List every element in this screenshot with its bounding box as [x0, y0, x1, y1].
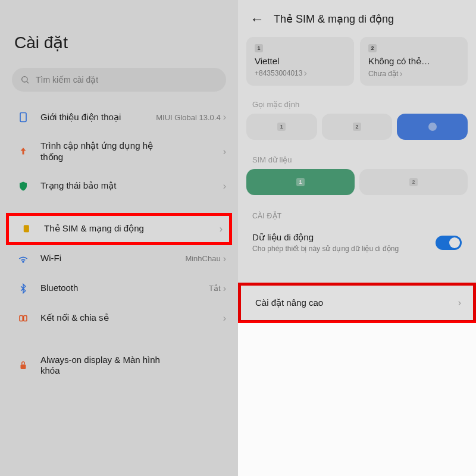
wifi-icon: [17, 252, 30, 265]
page-title: Cài đặt: [0, 0, 238, 68]
row-label: Giới thiệu điện thoại: [40, 112, 145, 123]
row-label: Thẻ SIM & mạng di động: [44, 223, 175, 234]
bluetooth-icon: [17, 282, 30, 295]
chevron-right-icon: ›: [223, 314, 226, 323]
lock-icon: [17, 359, 30, 372]
section-settings-header: CÀI ĐẶT: [238, 203, 476, 224]
row-connection-share[interactable]: Kết nối & chia sẻ ›: [2, 303, 236, 333]
shield-icon: [17, 180, 30, 193]
row-label: Bluetooth: [40, 283, 171, 294]
chevron-right-icon: ›: [223, 147, 226, 156]
call-sim-1[interactable]: 1: [246, 114, 317, 140]
row-aod-lockscreen[interactable]: Always-on display & Màn hình khóa: [2, 346, 236, 386]
sim-icon: [20, 223, 33, 236]
panel-title: Thẻ SIM & mạng di động: [274, 12, 394, 26]
sim-card-1[interactable]: 1 Viettel +84353004013›: [246, 37, 354, 86]
row-bluetooth[interactable]: Bluetooth Tắt ›: [2, 274, 236, 303]
chevron-right-icon: ›: [220, 224, 223, 234]
sim-sub: Chưa đặt›: [368, 69, 459, 79]
svg-rect-6: [20, 315, 23, 321]
mobile-data-toggle[interactable]: [436, 236, 462, 250]
settings-panel-left: Cài đặt Tìm kiếm cài đặt Giới thiệu điện…: [0, 0, 238, 476]
section-default-call: Gọi mặc định: [238, 93, 476, 114]
row-advanced-settings[interactable]: Cài đặt nâng cao ›: [241, 286, 473, 320]
row-label: Cài đặt nâng cao: [255, 298, 458, 308]
sim-badge: 2: [368, 44, 377, 52]
search-placeholder: Tìm kiếm cài đặt: [36, 75, 98, 84]
chevron-right-icon: ›: [223, 181, 226, 191]
svg-rect-4: [24, 226, 29, 232]
svg-rect-7: [24, 315, 27, 321]
chevron-right-icon: ›: [223, 254, 226, 264]
phone-icon: [17, 111, 30, 124]
update-icon: [17, 145, 30, 158]
row-value: Tắt: [209, 284, 221, 293]
settings-list: Giới thiệu điện thoại MIUI Global 13.0.4…: [0, 102, 238, 385]
sim-card-2[interactable]: 2 Không có thẻ… Chưa đặt›: [360, 37, 468, 86]
row-label: Wi-Fi: [40, 253, 171, 264]
share-icon: [17, 312, 30, 325]
row-wifi[interactable]: Wi-Fi MinhChau ›: [2, 244, 236, 274]
row-value: MinhChau: [185, 254, 220, 263]
sim-name: Viettel: [255, 56, 346, 66]
call-ask-always[interactable]: [397, 114, 468, 140]
sim-settings-panel: ← Thẻ SIM & mạng di động 1 Viettel +8435…: [238, 0, 476, 476]
chevron-right-icon: ›: [399, 69, 402, 79]
sim-sub: +84353004013›: [255, 68, 346, 78]
row-label: Kết nối & chia sẻ: [40, 312, 171, 324]
row-security-status[interactable]: Trạng thái bảo mật ›: [2, 171, 236, 201]
data-sim-2[interactable]: 2: [359, 169, 468, 195]
svg-point-5: [23, 261, 24, 262]
setting-title: Dữ liệu di động: [252, 232, 427, 243]
search-input[interactable]: Tìm kiếm cài đặt: [12, 68, 226, 92]
row-mobile-data[interactable]: Dữ liệu di động Cho phép thiết bị này sử…: [238, 224, 476, 262]
row-label: Always-on display & Màn hình khóa: [40, 355, 171, 377]
chevron-right-icon: ›: [303, 68, 306, 78]
setting-sub: Cho phép thiết bị này sử dụng dữ liệu di…: [252, 245, 427, 253]
default-call-selector: 1 2: [238, 114, 476, 148]
sim-name: Không có thẻ…: [368, 56, 459, 67]
section-data-sim: SIM dữ liệu: [238, 148, 476, 169]
sim-badge: 1: [255, 44, 263, 52]
call-sim-2[interactable]: 2: [322, 114, 393, 140]
row-label: Trạng thái bảo mật: [40, 180, 171, 192]
row-sim-networks[interactable]: Thẻ SIM & mạng di động ›: [6, 214, 232, 244]
svg-point-0: [22, 77, 27, 82]
panel-header: ← Thẻ SIM & mạng di động: [238, 0, 476, 37]
row-system-updater[interactable]: Trình cập nhật ứng dụng hệ thống ›: [2, 132, 236, 171]
chevron-right-icon: ›: [223, 112, 226, 122]
svg-rect-2: [20, 113, 26, 122]
ask-icon: [428, 123, 437, 131]
search-icon: [20, 75, 30, 84]
svg-line-1: [27, 82, 29, 83]
row-about-phone[interactable]: Giới thiệu điện thoại MIUI Global 13.0.4…: [2, 102, 236, 132]
svg-rect-8: [21, 365, 26, 369]
sim-cards-row: 1 Viettel +84353004013› 2 Không có thẻ… …: [238, 37, 476, 93]
row-label: Trình cập nhật ứng dụng hệ thống: [40, 140, 171, 163]
chevron-right-icon: ›: [223, 284, 226, 293]
back-icon[interactable]: ←: [250, 11, 264, 27]
chevron-right-icon: ›: [458, 298, 461, 308]
highlight-advanced: Cài đặt nâng cao ›: [238, 283, 476, 323]
data-sim-1[interactable]: 1: [246, 169, 355, 195]
data-sim-selector: 1 2: [238, 169, 476, 203]
row-value: MIUI Global 13.0.4: [156, 113, 220, 122]
